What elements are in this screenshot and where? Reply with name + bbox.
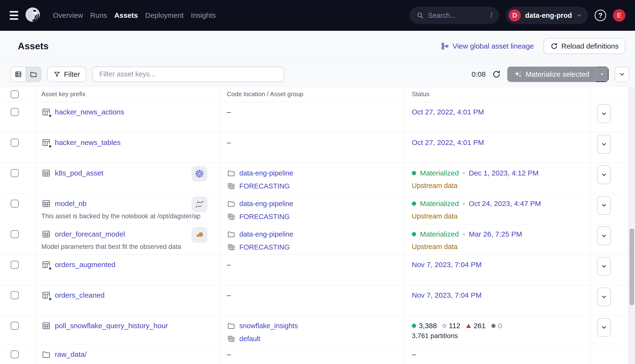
partitions-total: 3,761 partitions xyxy=(412,332,584,340)
vertical-scrollbar xyxy=(628,86,635,364)
asset-group-link[interactable]: FORECASTING xyxy=(239,243,290,251)
table-icon xyxy=(41,229,51,239)
table-row: raw_data/ – – xyxy=(0,344,628,364)
search-input[interactable] xyxy=(428,12,487,20)
nav-tab-runs[interactable]: Runs xyxy=(90,9,107,22)
search-shortcut-hint: / xyxy=(490,12,492,20)
asset-link[interactable]: k8s_pod_asset xyxy=(55,169,104,177)
asset-link[interactable]: order_forecast_model xyxy=(55,230,125,238)
row-checkbox[interactable] xyxy=(11,108,19,116)
materialize-selected-split-button: Materialize selected xyxy=(507,66,608,82)
directory-view-button[interactable] xyxy=(26,67,41,82)
kubernetes-icon: ☸ xyxy=(194,168,204,179)
chevron-down-icon xyxy=(601,202,607,208)
materialization-date-link[interactable]: Nov 7, 2023, 7:04 PM xyxy=(412,291,481,299)
asset-link[interactable]: model_nb xyxy=(55,200,87,208)
expand-row-button[interactable] xyxy=(597,166,611,184)
row-checkbox[interactable] xyxy=(11,260,19,269)
expand-collapse-all-button[interactable] xyxy=(615,66,629,82)
asset-link[interactable]: orders_cleaned xyxy=(55,291,105,299)
materialized-status-dot xyxy=(412,232,416,236)
row-checkbox[interactable] xyxy=(11,291,19,299)
code-location-link[interactable]: snowflake_insights xyxy=(239,322,298,330)
asset-table-sparkle-icon: ✦ xyxy=(41,138,51,148)
view-mode-toggle xyxy=(11,66,41,82)
materialize-options-caret[interactable] xyxy=(595,66,608,82)
observed-circle-icon xyxy=(443,324,446,328)
help-icon: ? xyxy=(598,12,602,20)
folder-icon xyxy=(41,350,51,359)
expand-row-button[interactable] xyxy=(597,104,611,123)
materialized-status-dot xyxy=(412,202,416,206)
code-location-link[interactable]: data-eng-pipeline xyxy=(239,230,293,238)
table-icon xyxy=(41,321,51,330)
code-location-link[interactable]: data-eng-pipeline xyxy=(239,169,293,177)
expand-row-button[interactable] xyxy=(597,226,611,245)
refresh-button[interactable] xyxy=(492,70,501,79)
select-all-checkbox[interactable] xyxy=(11,90,19,98)
workspace-switcher[interactable]: D data-eng-prod xyxy=(506,7,588,24)
row-checkbox[interactable] xyxy=(11,230,19,238)
filter-button[interactable]: Filter xyxy=(47,66,86,82)
scrollbar-thumb[interactable] xyxy=(629,228,634,305)
nav-tab-deployment[interactable]: Deployment xyxy=(145,9,184,22)
expand-row-button[interactable] xyxy=(597,196,611,215)
menu-button[interactable] xyxy=(10,11,18,20)
table-row: k8s_pod_asset ☸ data-eng-pipeline FORECA… xyxy=(0,163,628,194)
nav-tab-assets[interactable]: Assets xyxy=(114,9,138,22)
asset-link[interactable]: orders_augmented xyxy=(55,260,116,269)
materialize-selected-button[interactable]: Materialize selected xyxy=(507,66,595,82)
table-icon xyxy=(41,199,51,208)
no-location-dash: – xyxy=(227,350,231,358)
help-button[interactable]: ? xyxy=(594,10,606,21)
asset-link[interactable]: hacker_news_actions xyxy=(55,108,124,116)
materialization-date-link[interactable]: Oct 27, 2022, 4:01 PM xyxy=(412,138,484,147)
asset-group-link[interactable]: FORECASTING xyxy=(239,182,290,190)
row-checkbox[interactable] xyxy=(11,200,19,208)
nav-tab-insights[interactable]: Insights xyxy=(191,9,216,22)
nav-tab-overview[interactable]: Overview xyxy=(53,9,83,22)
materialized-label: Materialized xyxy=(420,230,459,238)
asset-description: This asset is backed by the notebook at … xyxy=(41,211,200,222)
asset-group-link[interactable]: default xyxy=(239,335,260,343)
expand-row-button[interactable] xyxy=(597,257,611,276)
row-checkbox[interactable] xyxy=(11,322,19,330)
column-header-code-location: Code location / Asset group xyxy=(227,90,303,98)
materialization-date-link[interactable]: Dec 1, 2023, 4:12 PM xyxy=(469,169,538,177)
no-location-dash: – xyxy=(227,291,231,299)
missing-dot-icon xyxy=(491,324,495,328)
folder-icon xyxy=(227,199,236,208)
asset-link[interactable]: poll_snowflake_query_history_hour xyxy=(55,322,168,330)
table-row: poll_snowflake_query_history_hour snowfl… xyxy=(0,316,628,344)
filter-asset-keys-input[interactable] xyxy=(92,66,284,82)
asset-link[interactable]: hacker_news_tables xyxy=(55,138,121,147)
asset-table-sparkle-icon: ✦ xyxy=(41,107,51,117)
expand-row-button[interactable] xyxy=(597,135,611,154)
view-global-asset-lineage-link[interactable]: View global asset lineage xyxy=(441,42,534,50)
asset-folder-link[interactable]: raw_data/ xyxy=(55,350,87,358)
model-badge xyxy=(192,227,207,243)
row-checkbox[interactable] xyxy=(11,138,19,147)
chevron-down-icon xyxy=(601,324,607,330)
table-icon xyxy=(41,168,51,178)
expand-row-button[interactable] xyxy=(597,318,611,337)
top-navbar: Overview Runs Assets Deployment Insights… xyxy=(0,0,635,31)
assets-table: Asset key prefix Code location / Asset g… xyxy=(0,86,628,364)
global-search[interactable]: / xyxy=(410,7,499,24)
flat-view-button[interactable] xyxy=(11,67,26,82)
materialization-date-link[interactable]: Mar 26, 7:25 PM xyxy=(469,230,522,238)
materialization-date-link[interactable]: Nov 7, 2023, 7:04 PM xyxy=(412,260,481,269)
missing-partition-count: 0 xyxy=(491,322,502,330)
row-checkbox[interactable] xyxy=(11,169,19,177)
observed-partition-count: 112 xyxy=(443,322,460,330)
row-checkbox[interactable] xyxy=(11,350,19,358)
materialization-date-link[interactable]: Oct 24, 2023, 4:47 PM xyxy=(469,200,541,208)
user-avatar[interactable]: E xyxy=(613,9,625,22)
expand-row-button[interactable] xyxy=(597,288,611,306)
code-location-link[interactable]: data-eng-pipeline xyxy=(239,200,293,208)
refresh-icon xyxy=(550,42,558,50)
chevron-down-icon xyxy=(601,141,607,148)
materialization-date-link[interactable]: Oct 27, 2022, 4:01 PM xyxy=(412,108,484,116)
reload-definitions-button[interactable]: Reload definitions xyxy=(544,38,625,54)
asset-group-link[interactable]: FORECASTING xyxy=(239,213,290,221)
